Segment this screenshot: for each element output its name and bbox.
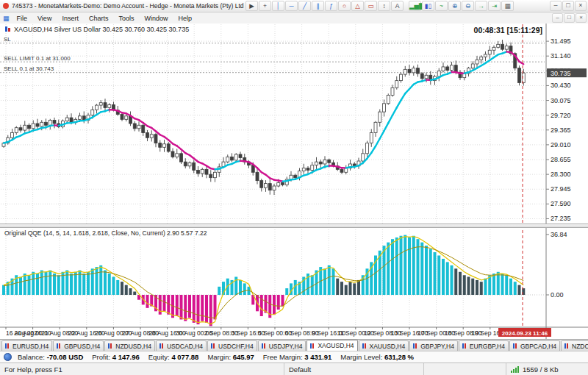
menu-help[interactable]: Help (173, 15, 197, 22)
arrows-icon[interactable]: ↕ (378, 1, 390, 11)
price-axis-label: 29.010 (551, 141, 571, 149)
symbol-ohlc-label: XAGUSD,H4 Silver US Dollar 30.425 30.760… (14, 26, 189, 33)
symbol-tab-eurusd[interactable]: EURUSD,H4 (1, 340, 52, 351)
order-label: SL (4, 36, 11, 43)
symbol-tab-nzdusd[interactable]: NZDUSD,H4 (104, 340, 155, 351)
account-equity: Equity: 4 077.88 (148, 353, 199, 361)
trendline-icon[interactable]: ╱ (298, 1, 311, 11)
tab-chart-icon (159, 343, 165, 349)
status-bar: For Help, press F1 Default 1559 / 8 Kb (0, 362, 588, 375)
symbol-tab-gbpcad[interactable]: GBPCAD,H4 (509, 340, 560, 351)
symbol-tab-gbpjpy[interactable]: GBPJPY,H4 (409, 340, 458, 351)
connection-signal-icon (511, 366, 520, 373)
status-blank (423, 363, 506, 375)
indicator-label: Original QQE (14, 5, 14, 1.618, 2.618, C… (4, 229, 207, 237)
zoom-in-icon[interactable]: ⊕ (448, 1, 461, 11)
symbol-icon (8, 28, 10, 32)
chart-window-buttons: –□× (551, 13, 587, 23)
app-restore-button[interactable]: □ (562, 1, 574, 11)
price-axis-label: 30.075 (551, 97, 571, 104)
chart-restore-button[interactable]: □ (564, 13, 575, 23)
account-balance: Balance: -70.08 USD (18, 353, 83, 361)
crosshair-icon[interactable]: + (259, 1, 271, 11)
vertical-line-icon[interactable]: │ (272, 1, 284, 11)
tab-label: GBPJPY,H4 (420, 343, 454, 350)
tab-label: USDCHF,H4 (218, 343, 254, 350)
ellipse-icon[interactable]: ○ (338, 1, 351, 11)
app-window-buttons: –□× (549, 1, 587, 11)
status-profile[interactable]: Default (284, 363, 423, 375)
current-price-label: 30.735 (551, 70, 571, 77)
account-marginlevel: Margin Level: 631,28 % (340, 353, 414, 361)
tab-chart-icon (57, 343, 62, 349)
horizontal-line-icon[interactable]: ─ (285, 1, 298, 11)
symbol-tab-usdcad[interactable]: USDCAD,H4 (156, 340, 207, 351)
symbol-tab-usdchf[interactable]: USDCHF,H4 (207, 340, 257, 351)
chart-window-icon: ▦ (3, 15, 10, 22)
current-time-label: 2024.09.23 11:46 (502, 330, 548, 337)
tab-chart-icon (413, 343, 418, 349)
chart-canvas[interactable]: SLSELL LIMIT 0.1 at 31.000SELL 0.1 at 30… (0, 24, 588, 339)
symbol-tab-gbpusd[interactable]: GBPUSD,H4 (53, 340, 104, 351)
status-connection[interactable]: 1559 / 8 Kb (506, 363, 588, 375)
tab-label: XAGUSD,H4 (318, 342, 354, 349)
cursor-icon[interactable]: ▶ (245, 1, 258, 11)
menu-file[interactable]: File (12, 15, 33, 22)
window-title: 745373 - MonetaMarkets-Demo: Demo Accoun… (12, 2, 248, 10)
auto-scroll-icon[interactable]: → (475, 1, 487, 11)
symbol-tab-eurgbp[interactable]: EURGBP,H4 (459, 340, 509, 351)
order-label: SELL LIMIT 0.1 at 31.000 (4, 55, 71, 62)
price-axis-label: 29.720 (551, 112, 571, 119)
menu-charts[interactable]: Charts (84, 15, 114, 22)
symbol-tab-nzdchf[interactable]: NZDCHF,H4 (561, 340, 588, 351)
symbol-tab-xagusd[interactable]: XAGUSD,H4 (306, 340, 357, 351)
chart-clock: 00:48:31 [15:11:29] (474, 26, 542, 35)
menu-window[interactable]: Window (139, 15, 173, 22)
fibonacci-icon[interactable]: ƒ (325, 1, 337, 11)
price-axis-label: 29.365 (551, 126, 571, 134)
price-axis-label: 28.655 (551, 156, 571, 163)
tab-label: EURGBP,H4 (470, 343, 505, 350)
account-profit: Profit: 4 147.96 (92, 353, 139, 361)
app-close-button[interactable]: × (575, 1, 587, 11)
tab-chart-icon (362, 343, 368, 349)
triangle-icon[interactable]: △ (351, 1, 364, 11)
tab-chart-icon (513, 343, 518, 349)
candlestick-chart-icon[interactable]: ▮▯ (422, 1, 434, 11)
chart-close-button[interactable]: × (576, 13, 587, 23)
channel-icon[interactable]: ∥ (312, 1, 324, 11)
menu-bar: ▦ FileViewInsertChartsToolsWindowHelp –□… (0, 12, 588, 24)
account-icon (4, 353, 12, 361)
symbol-tabs-bar: EURUSD,H4GBPUSD,H4NZDUSD,H4USDCAD,H4USDC… (0, 339, 588, 351)
price-axis-label: 31.495 (551, 38, 571, 45)
line-chart-icon[interactable]: ~ (435, 1, 448, 11)
tile-windows-icon[interactable]: ▦ (501, 1, 514, 11)
tab-label: USDCAD,H4 (167, 343, 203, 350)
indicator-axis-label: 0.00 (551, 291, 564, 299)
rectangle-icon[interactable]: ▭ (365, 1, 377, 11)
tab-chart-icon (462, 343, 467, 349)
symbol-tab-xauusd[interactable]: XAUUSD,H4 (359, 340, 409, 351)
tab-label: XAUUSD,H4 (370, 343, 406, 350)
tab-chart-icon (211, 343, 216, 349)
account-freemargin: Free Margin: 3 431.91 (263, 353, 331, 361)
text-icon[interactable]: A (391, 1, 404, 11)
tab-label: USDJPY,H4 (269, 343, 303, 350)
menu-insert[interactable]: Insert (57, 15, 84, 22)
symbol-tab-usdjpy[interactable]: USDJPY,H4 (258, 340, 306, 351)
zoom-out-icon[interactable]: ⊖ (462, 1, 474, 11)
line-studies-toolbar: ▶+│─╱∥ƒ○△▭↕A (245, 1, 404, 11)
menu-tools[interactable]: Tools (113, 15, 139, 22)
subwindow-separator[interactable] (0, 224, 588, 228)
bars-chart-icon[interactable]: ▂▅▇ (409, 1, 421, 11)
price-axis-label: 27.945 (551, 185, 571, 193)
chart-shift-icon[interactable]: ⇥ (488, 1, 501, 11)
price-axis-label: 31.140 (551, 52, 571, 60)
app-minimize-button[interactable]: – (550, 1, 562, 11)
chart-toolbar: ▂▅▇▮▯~⊕⊖→⇥▦ (409, 1, 514, 11)
app-icon (3, 3, 9, 9)
account-bar: Balance: -70.08 USDProfit: 4 147.96Equit… (0, 351, 588, 362)
chart-minimize-button[interactable]: – (552, 13, 563, 23)
status-help: For Help, press F1 (0, 363, 284, 375)
menu-view[interactable]: View (32, 15, 57, 22)
